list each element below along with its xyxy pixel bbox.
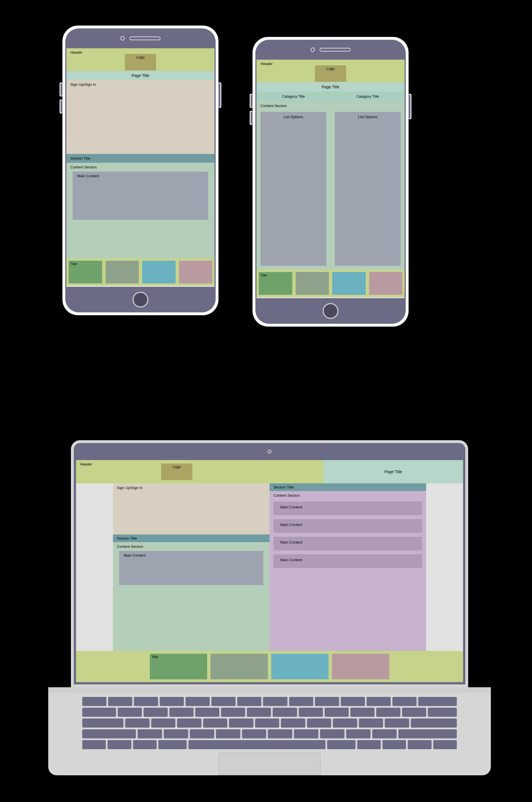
keyboard-key[interactable] [125, 718, 149, 728]
main-content-right-3[interactable]: Main Content [273, 537, 422, 550]
keyboard-key[interactable] [402, 708, 426, 717]
keyboard-key[interactable] [138, 729, 162, 739]
nav-item-3[interactable] [271, 654, 328, 679]
keyboard-key[interactable] [325, 708, 349, 717]
keyboard-key[interactable] [108, 697, 132, 706]
keyboard-key[interactable] [221, 708, 245, 717]
keyboard-key[interactable] [82, 708, 116, 717]
keyboard-key[interactable] [294, 729, 318, 739]
keyboard-key[interactable] [151, 718, 175, 728]
main-content-right-2[interactable]: Main Content [273, 519, 422, 533]
category-tab-2[interactable]: Catagory Title [330, 91, 405, 102]
page-title-bar: Page Title [323, 460, 463, 484]
nav-item-1[interactable]: Nav [69, 261, 102, 284]
page-title-label: Page Title [384, 470, 402, 474]
keyboard-key[interactable] [398, 729, 457, 739]
nav-item-3[interactable] [332, 272, 366, 295]
logo-block[interactable]: Logo [161, 463, 192, 480]
home-button-icon[interactable] [323, 303, 339, 319]
keyboard-key[interactable] [327, 740, 356, 749]
keyboard-key[interactable] [350, 708, 375, 717]
keyboard-key[interactable] [273, 708, 297, 717]
keyboard-key[interactable] [247, 708, 271, 717]
main-content-left[interactable]: Main Content [119, 551, 263, 585]
keyboard-key[interactable] [411, 718, 457, 728]
keyboard-key[interactable] [190, 729, 214, 739]
logo-block[interactable]: Logo [125, 54, 156, 70]
keyboard-key[interactable] [82, 697, 107, 706]
category-tab-1[interactable]: Catagory Title [256, 91, 330, 102]
keyboard-key[interactable] [188, 740, 325, 749]
keyboard-key[interactable] [203, 718, 227, 728]
keyboard-key[interactable] [242, 729, 266, 739]
keyboard-key[interactable] [418, 697, 457, 706]
keyboard-key[interactable] [216, 729, 240, 739]
logo-block[interactable]: Logo [315, 65, 346, 82]
keyboard-key[interactable] [289, 697, 313, 706]
keyboard-key[interactable] [433, 740, 457, 749]
keyboard-key[interactable] [108, 740, 131, 749]
keyboard-key[interactable] [346, 729, 370, 739]
list-options-1[interactable]: List Options [261, 112, 326, 266]
keyboard-key[interactable] [428, 708, 457, 717]
keyboard-key[interactable] [82, 718, 124, 728]
home-button-icon[interactable] [133, 292, 148, 308]
keyboard-key[interactable] [385, 718, 409, 728]
nav-item-2[interactable] [211, 654, 268, 679]
keyboard-key[interactable] [186, 697, 210, 706]
keyboard-key[interactable] [366, 697, 391, 706]
phone-mockup-1: Header Logo Page Title Sign Up/Sign In S… [62, 25, 218, 315]
signup-block[interactable]: Sign Up/Sign In [113, 484, 269, 534]
keyboard-key[interactable] [307, 718, 331, 728]
nav-item-4[interactable] [332, 654, 389, 679]
nav-item-4[interactable] [179, 261, 212, 284]
keyboard-key[interactable] [82, 729, 136, 739]
keyboard-key[interactable] [169, 708, 193, 717]
keyboard-key[interactable] [177, 718, 201, 728]
keyboard-key[interactable] [133, 740, 157, 749]
header-block: Header Logo Page Title [76, 460, 463, 484]
nav-item-2[interactable] [106, 261, 139, 284]
nav-item-3[interactable] [142, 261, 176, 284]
trackpad[interactable] [218, 752, 321, 775]
keyboard-key[interactable] [315, 697, 339, 706]
page-title-bar: Page Title [256, 83, 405, 91]
keyboard-key[interactable] [144, 708, 168, 717]
nav-item-1[interactable]: Nav [259, 272, 292, 295]
keyboard-key[interactable] [237, 697, 261, 706]
keyboard-key[interactable] [281, 718, 305, 728]
keyboard-key[interactable] [408, 740, 431, 749]
page-title-bar: Page Title [66, 71, 214, 80]
main-content-right-1[interactable]: Main Content [273, 502, 422, 515]
keyboard-key[interactable] [195, 708, 219, 717]
keyboard-key[interactable] [82, 740, 106, 749]
keyboard-key[interactable] [299, 708, 323, 717]
keyboard-key[interactable] [263, 697, 287, 706]
keyboard-key[interactable] [333, 718, 357, 728]
keyboard-key[interactable] [160, 697, 184, 706]
keyboard-key[interactable] [372, 729, 397, 739]
signup-block[interactable]: Sign Up/Sign In [66, 80, 214, 154]
keyboard-key[interactable] [255, 718, 279, 728]
keyboard-key[interactable] [359, 718, 383, 728]
keyboard-key[interactable] [382, 740, 406, 749]
main-content-right-4[interactable]: Main Content [273, 554, 422, 568]
nav-item-4[interactable] [369, 272, 403, 295]
signup-label: Sign Up/Sign In [70, 83, 96, 87]
keyboard-key[interactable] [164, 729, 188, 739]
keyboard-key[interactable] [320, 729, 344, 739]
keyboard-key[interactable] [158, 740, 187, 749]
keyboard-key[interactable] [376, 708, 400, 717]
keyboard-key[interactable] [211, 697, 235, 706]
keyboard-key[interactable] [393, 697, 417, 706]
keyboard-key[interactable] [229, 718, 253, 728]
nav-item-1[interactable]: Nav [150, 654, 207, 679]
keyboard-key[interactable] [341, 697, 365, 706]
list-options-2[interactable]: List Options [335, 112, 401, 266]
keyboard-key[interactable] [134, 697, 158, 706]
keyboard-key[interactable] [118, 708, 142, 717]
keyboard-key[interactable] [357, 740, 381, 749]
keyboard-key[interactable] [268, 729, 292, 739]
nav-item-2[interactable] [296, 272, 329, 295]
main-content-block[interactable]: Main Content [73, 171, 208, 220]
